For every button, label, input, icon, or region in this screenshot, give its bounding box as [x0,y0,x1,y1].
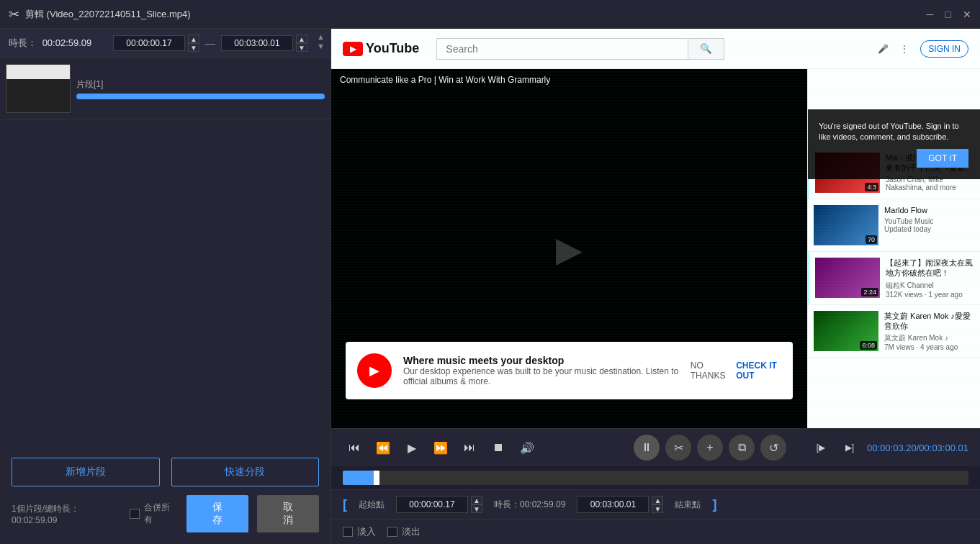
seg-start-up[interactable]: ▲ [471,496,482,504]
fade-in-checkbox[interactable] [343,527,353,537]
sidebar-duration-1: 70 [866,235,877,244]
close-button[interactable]: ✕ [963,9,971,20]
video-thumbnail [6,64,71,113]
bracket-start-button[interactable]: [▶ [809,436,832,459]
cut-button[interactable]: ✂ [665,435,691,461]
timeline-fill [343,471,374,485]
seg-start-bracket: [ [343,497,347,512]
youtube-logo[interactable]: YouTube [343,41,419,56]
end-time-up[interactable]: ▲ [296,35,307,43]
sidebar-duration-2: 2:24 [861,288,878,296]
quick-split-button[interactable]: 快速分段 [171,458,320,486]
timeline-bar[interactable] [331,466,980,489]
no-thanks-button[interactable]: NO THANKS [691,361,727,381]
fade-controls: 淡入 淡出 [331,519,980,544]
sidebar-item-1[interactable]: 70 Marldo Flow YouTube Music Updated tod… [808,199,980,252]
sidebar-channel-2: 磁粒K Channel [886,281,974,291]
sidebar-views-2: 312K views · 1 year ago [886,291,974,299]
youtube-topbar: YouTube 🔍 🎤 ⋮ SIGN IN [331,29,980,69]
fade-out-checkbox[interactable] [387,527,397,537]
yt-mic-icon[interactable]: 🎤 [878,44,889,54]
duration-label: 時長： 00:02:59.09 [9,37,91,50]
pause-frame-button[interactable]: ⏸ [634,435,660,461]
timeline-handle[interactable] [374,471,379,485]
music-popup-buttons: NO THANKS CHECK IT OUT [691,361,781,381]
sidebar-info-3: 莫文蔚 Karen Mok ♪愛愛音欣你 莫文蔚 Karen Mok ♪ 7M … [884,311,974,352]
seg-end-up[interactable]: ▲ [652,496,663,504]
sidebar-thumb-1: 70 [814,205,878,245]
sidebar-title-2: 【起來了】闹深夜太在風地方你破然在吧！ [886,258,974,278]
seg-end-bracket: ] [712,497,716,512]
seg-end-down[interactable]: ▼ [652,504,663,513]
end-time-down[interactable]: ▼ [296,43,307,52]
forward-button[interactable]: ⏩ [429,436,452,459]
skip-end-button[interactable]: ⏭ [458,436,481,459]
skip-start-button[interactable]: ⏮ [343,436,366,459]
segment-controls: [ 起始點 ▲ ▼ 時長：00:02:59.09 ▲ ▼ 結束點 ] [331,489,980,519]
app-icon: ✂ [9,6,19,22]
new-segment-button[interactable]: 新增片段 [12,458,160,486]
collapse-up-btn[interactable]: ▲ [317,33,325,41]
timeline-track[interactable] [343,471,968,485]
undo-button[interactable]: ↺ [760,435,786,461]
start-time-input[interactable] [113,35,185,51]
play-button[interactable]: ▶ [400,436,423,459]
fade-out-label: 淡出 [402,525,421,538]
window-title: 剪輯 (Video_220722140511_Slice.mp4) [25,8,191,21]
add-segment-button[interactable]: + [697,435,723,461]
time-dash: — [205,37,215,49]
youtube-screenshot: YouTube 🔍 🎤 ⋮ SIGN IN [331,29,980,428]
end-time-input[interactable] [221,35,293,51]
rewind-button[interactable]: ⏪ [372,436,395,459]
youtube-logo-icon [343,42,363,56]
segment-bar-area: 片段[1] [76,78,325,99]
youtube-search-input[interactable] [436,38,688,60]
cancel-button[interactable]: 取消 [257,495,319,532]
bracket-end-button[interactable]: ▶] [838,436,861,459]
sidebar-duration-3: 6:08 [860,341,877,350]
maximize-button[interactable]: □ [945,9,951,20]
save-button[interactable]: 保存 [186,495,248,532]
fade-out-item[interactable]: 淡出 [387,525,421,538]
start-time-down[interactable]: ▼ [188,43,199,52]
sidebar-channel-3: 莫文蔚 Karen Mok ♪ [884,333,974,343]
duration-controls: ▲ ▼ — ▲ ▼ [113,35,307,52]
merge-label: 合併所有 [144,502,176,526]
end-time-spinners: ▲ ▼ [296,35,307,52]
video-play-indicator: ▶ [556,229,583,269]
fade-in-label: 淡入 [357,525,376,538]
window-controls: ─ □ ✕ [927,9,971,20]
collapse-down-btn[interactable]: ▼ [317,42,325,50]
spacer [0,119,331,446]
sidebar-item-2[interactable]: 2:24 【起來了】闹深夜太在風地方你破然在吧！ 磁粒K Channel 312… [808,252,980,305]
copy-button[interactable]: ⧉ [729,435,755,461]
sidebar-item-3[interactable]: 6:08 莫文蔚 Karen Mok ♪愛愛音欣你 莫文蔚 Karen Mok … [808,305,980,358]
yt-signin-btn[interactable]: SIGN IN [920,40,968,58]
youtube-search[interactable]: 🔍 [436,38,724,60]
seg-start-time-input[interactable] [396,496,468,513]
volume-button[interactable]: 🔊 [516,436,539,459]
segment-progress-bar[interactable] [76,94,325,99]
youtube-main-video: Communicate like a Pro | Win at Work Wit… [331,69,807,428]
got-it-button[interactable]: GOT IT [917,149,968,168]
yt-more-icon[interactable]: ⋮ [900,44,909,54]
seg-start-label: 起始點 [359,499,385,511]
controls-bar: ⏮ ⏪ ▶ ⏩ ⏭ ⏹ 🔊 ⏸ ✂ + ⧉ ↺ [▶ ▶] 00:00:03.2… [331,428,980,466]
youtube-search-button[interactable]: 🔍 [688,38,724,60]
action-buttons: 新增片段 快速分段 [12,458,319,486]
start-time-up[interactable]: ▲ [188,35,199,43]
seg-start-down[interactable]: ▼ [471,504,482,513]
footer-buttons: 保存 取消 [186,495,319,532]
sidebar-title-1: Marldo Flow [884,205,974,215]
checkout-button[interactable]: CHECK IT OUT [736,361,781,381]
minimize-button[interactable]: ─ [927,9,934,20]
segment-status: 1個片段/總時長：00:02:59.09 [12,503,118,525]
seg-start-time-group: ▲ ▼ [396,496,482,513]
merge-checkbox-box[interactable] [130,509,140,519]
stop-button[interactable]: ⏹ [487,436,510,459]
merge-checkbox[interactable]: 合併所有 [130,502,176,526]
seg-end-time-input[interactable] [577,496,649,513]
fade-in-item[interactable]: 淡入 [343,525,376,538]
sidebar-info-1: Marldo Flow YouTube Music Updated today [884,205,974,245]
sidebar-views-3: 7M views · 4 years ago [884,343,974,351]
